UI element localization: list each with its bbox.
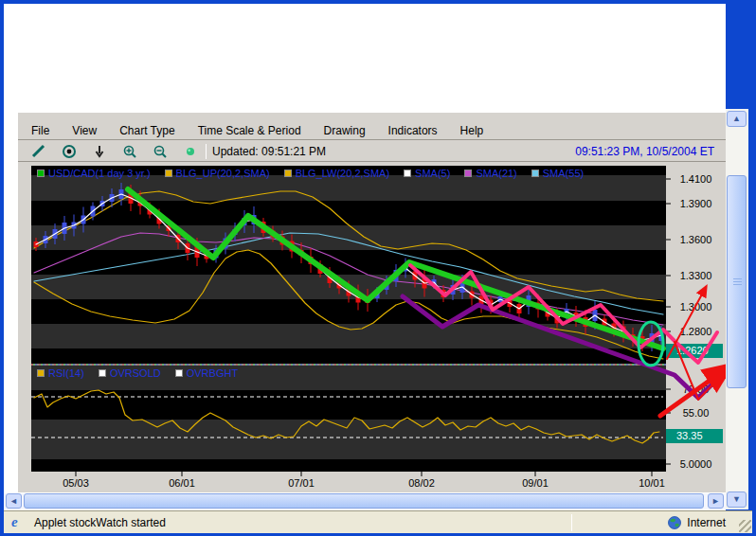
resize-grip[interactable] — [739, 520, 751, 532]
legend-swatch — [404, 170, 411, 177]
scroll-up-icon[interactable]: ▲ — [727, 111, 747, 127]
legend-swatch — [175, 369, 183, 377]
legend-label: OVRBGHT — [187, 367, 238, 379]
menu-item-time-scale-period[interactable]: Time Scale & Period — [198, 124, 301, 137]
chart-area: USD/CAD(1 day 3 yr.)BLG_UP(20,2,SMA)BLG_… — [18, 162, 726, 492]
legend-swatch — [37, 170, 45, 177]
legend-item: OVRBGHT — [175, 367, 238, 379]
menu-item-indicators[interactable]: Indicators — [388, 124, 438, 137]
legend-label: SMA(55) — [543, 168, 584, 179]
horizontal-scrollbar[interactable]: ◄ ► — [4, 493, 726, 509]
legend-item: RSI(14) — [37, 367, 84, 379]
toolbar: Updated: 09:51:21 PM 09:51:23 PM, 10/5/2… — [18, 141, 726, 162]
updated-label: Updated: 09:51:21 PM — [212, 145, 326, 158]
internet-zone-label: Internet — [687, 516, 726, 529]
axis-tick-label: 1.2800 — [666, 326, 726, 337]
menu-item-file[interactable]: File — [31, 124, 49, 137]
x-axis-label: 08/02 — [408, 477, 435, 489]
time-axis: 05/0306/0107/0108/0209/0110/01 — [31, 471, 666, 492]
vertical-scrollbar[interactable]: ▲ ▼ — [726, 109, 748, 509]
legend-item: SMA(21) — [464, 168, 516, 179]
legend-swatch — [37, 369, 45, 377]
legend-label: RSI(14) — [48, 367, 84, 379]
legend-swatch — [284, 170, 292, 177]
legend-swatch — [99, 369, 106, 377]
horizontal-scrollbar-thumb[interactable] — [24, 493, 704, 509]
price-legend: USD/CAD(1 day 3 yr.)BLG_UP(20,2,SMA)BLG_… — [37, 168, 584, 179]
legend-label: USD/CAD(1 day 3 yr.) — [48, 168, 151, 179]
page-background: FileViewChart TypeTime Scale & PeriodDra… — [4, 4, 726, 510]
zoom-out-icon[interactable] — [149, 143, 171, 160]
legend-item: SMA(5) — [404, 168, 450, 179]
price-panel[interactable] — [31, 166, 666, 364]
legend-item: OVRSOLD — [99, 367, 161, 379]
target-icon[interactable] — [58, 143, 81, 160]
scrollbar-grip — [733, 278, 742, 287]
legend-swatch — [165, 170, 172, 177]
menu-item-drawing[interactable]: Drawing — [324, 124, 366, 137]
status-text: Applet stockWatch started — [34, 516, 166, 529]
scroll-right-icon[interactable]: ► — [708, 493, 724, 509]
x-axis-label: 05/03 — [63, 477, 89, 489]
axis-tick-label: 1.3000 — [666, 301, 726, 313]
axis-tick-label: 1.3300 — [666, 270, 726, 281]
menu-item-chart-type[interactable]: Chart Type — [119, 124, 174, 137]
x-axis-label: 07/01 — [288, 477, 315, 489]
line-tool-icon[interactable] — [27, 143, 50, 160]
server-timestamp: 09:51:23 PM, 10/5/2004 ET — [575, 145, 714, 158]
scroll-down-icon[interactable]: ▼ — [727, 491, 747, 508]
axis-tick-label: 70.00 — [666, 384, 726, 395]
legend-label: BLG_UP(20,2,SMA) — [176, 168, 270, 179]
browser-window: FileViewChart TypeTime Scale & PeriodDra… — [0, 0, 756, 536]
stockwatch-applet: FileViewChart TypeTime Scale & PeriodDra… — [18, 113, 726, 492]
menu-item-help[interactable]: Help — [460, 124, 484, 137]
status-bar: e Applet stockWatch started Internet — [4, 510, 752, 533]
axis-tick-label: 55.00 — [666, 407, 726, 419]
x-axis-label: 10/01 — [639, 477, 665, 489]
axis-tick-label: 1.3900 — [666, 198, 726, 209]
menu-bar: FileViewChart TypeTime Scale & PeriodDra… — [18, 121, 726, 140]
x-axis-label: 06/01 — [169, 477, 195, 489]
price-axis: 1.2620 33.35 1.41001.39001.36001.33001.3… — [666, 166, 726, 471]
scroll-left-icon[interactable]: ◄ — [6, 493, 22, 509]
axis-tick-label: 1.4100 — [666, 173, 726, 185]
axis-tick-label: 5.0000 — [666, 458, 726, 470]
axis-tick-label: 1.3600 — [666, 234, 726, 245]
x-axis-label: 09/01 — [522, 477, 549, 489]
internet-explorer-icon: e — [11, 515, 27, 530]
legend-label: BLG_LW(20,2,SMA) — [296, 168, 389, 179]
legend-swatch — [464, 170, 472, 177]
status-divider — [571, 514, 572, 531]
green-dot-icon[interactable] — [179, 143, 202, 160]
down-arrow-icon[interactable] — [88, 143, 111, 160]
legend-item: USD/CAD(1 day 3 yr.) — [37, 168, 151, 179]
legend-item: BLG_LW(20,2,SMA) — [284, 168, 389, 179]
vertical-scrollbar-thumb[interactable] — [727, 175, 747, 388]
rsi-panel[interactable] — [31, 366, 666, 471]
rsi-legend: RSI(14)OVRSOLDOVRBGHT — [37, 367, 238, 379]
legend-swatch — [531, 170, 539, 177]
menu-item-view[interactable]: View — [72, 124, 97, 137]
legend-item: SMA(55) — [531, 168, 584, 179]
last-rsi-badge: 33.35 — [666, 429, 723, 443]
toolbar-separator — [206, 144, 207, 159]
legend-label: SMA(5) — [415, 168, 450, 179]
legend-label: OVRSOLD — [110, 367, 161, 379]
legend-label: SMA(21) — [476, 168, 516, 179]
legend-item: BLG_UP(20,2,SMA) — [165, 168, 270, 179]
globe-icon — [668, 516, 681, 529]
zoom-in-icon[interactable] — [118, 143, 141, 160]
last-price-badge: 1.2620 — [666, 344, 723, 358]
